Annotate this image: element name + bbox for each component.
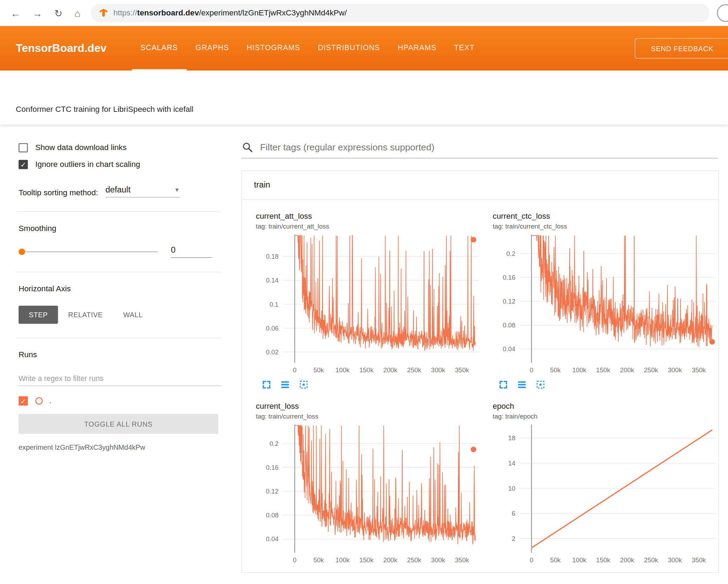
runs-filter-input[interactable] <box>19 372 221 386</box>
run-name: . <box>49 397 51 405</box>
svg-text:100k: 100k <box>336 366 350 374</box>
slider-track[interactable] <box>19 251 158 252</box>
chart-card-current_att_loss: current_att_losstag: train/current_att_l… <box>248 212 481 390</box>
svg-text:0.06: 0.06 <box>266 325 279 332</box>
ignore-outliers-label: Ignore outliers in chart scaling <box>35 160 140 169</box>
charts-grid: current_att_losstag: train/current_att_l… <box>242 200 718 572</box>
filter-tags-input[interactable] <box>259 142 718 153</box>
send-feedback-button[interactable]: SEND FEEDBACK <box>635 38 728 59</box>
svg-text:0.2: 0.2 <box>269 440 279 447</box>
run-row[interactable]: ✓ . <box>19 396 221 406</box>
avatar[interactable] <box>717 4 728 22</box>
settings-sidebar: Show data download links ✓ Ignore outlie… <box>0 124 226 573</box>
home-icon[interactable]: ⌂ <box>75 8 81 18</box>
smoothing-label: Smoothing <box>19 224 221 233</box>
svg-text:0: 0 <box>293 366 296 374</box>
ignore-outliers-checkbox[interactable]: ✓ Ignore outliers in chart scaling <box>19 160 221 169</box>
wall-button[interactable]: WALL <box>113 306 153 324</box>
tooltip-sorting-dropdown[interactable]: default ▼ <box>105 185 180 197</box>
toggle-all-runs-button[interactable]: TOGGLE ALL RUNS <box>19 414 218 434</box>
svg-text:0.02: 0.02 <box>266 348 279 356</box>
chart-tag: tag: train/epoch <box>493 413 718 420</box>
divider <box>16 338 221 338</box>
svg-text:0.12: 0.12 <box>266 488 279 495</box>
svg-text:0.14: 0.14 <box>266 277 279 284</box>
svg-text:6: 6 <box>512 510 515 517</box>
tab-hparams[interactable]: HPARAMS <box>389 26 445 70</box>
svg-text:250k: 250k <box>407 556 421 564</box>
train-section-card: train current_att_losstag: train/current… <box>241 170 719 573</box>
divider <box>16 211 221 212</box>
slider-thumb[interactable] <box>19 248 25 255</box>
svg-text:300k: 300k <box>668 366 682 374</box>
svg-text:0.04: 0.04 <box>266 535 279 543</box>
content: Show data download links ✓ Ignore outlie… <box>0 124 728 573</box>
fit-domain-icon[interactable] <box>298 380 309 390</box>
url-scheme: https:// <box>114 8 137 18</box>
last-point-marker <box>471 237 476 243</box>
smoothing-slider[interactable] <box>19 247 158 256</box>
smoothing-value-field[interactable]: 0 <box>171 245 212 258</box>
svg-text:100k: 100k <box>572 556 586 564</box>
svg-text:0.08: 0.08 <box>503 321 515 329</box>
svg-text:0.16: 0.16 <box>266 464 279 471</box>
svg-text:300k: 300k <box>431 556 445 564</box>
fit-domain-icon[interactable] <box>535 380 545 390</box>
chart-title: current_att_loss <box>256 212 481 221</box>
svg-text:50k: 50k <box>313 366 324 374</box>
svg-text:50k: 50k <box>550 366 561 374</box>
svg-text:250k: 250k <box>644 366 658 374</box>
tooltip-sorting-row: Tooltip sorting method: default ▼ <box>19 185 221 197</box>
smoothing-row: 0 <box>19 245 221 258</box>
tab-scalars[interactable]: SCALARS <box>132 26 187 70</box>
tab-text[interactable]: TEXT <box>445 26 483 70</box>
svg-text:350k: 350k <box>455 556 469 564</box>
chart-plot-epoch[interactable]: 26101418050k100k150k200k250k300k350k <box>493 423 718 568</box>
checkbox-unchecked-icon[interactable] <box>19 143 28 152</box>
tooltip-sorting-value: default <box>105 185 131 195</box>
reload-icon[interactable]: ↻ <box>54 8 62 18</box>
tab-graphs[interactable]: GRAPHS <box>187 26 238 70</box>
run-checkbox[interactable]: ✓ <box>19 396 28 406</box>
chart-plot-current_ctc_loss[interactable]: 0.040.080.120.160.2050k100k150k200k250k3… <box>493 233 718 378</box>
svg-text:350k: 350k <box>692 556 706 564</box>
svg-text:350k: 350k <box>692 366 706 374</box>
experiment-id-note: experiment lzGnETjwRxC3yghNMd4kPw <box>19 443 221 451</box>
expand-chart-icon[interactable] <box>498 380 508 390</box>
expand-chart-icon[interactable] <box>261 380 272 390</box>
step-button[interactable]: STEP <box>19 306 58 324</box>
tab-histograms[interactable]: HISTOGRAMS <box>238 26 309 70</box>
svg-text:50k: 50k <box>313 556 324 564</box>
page: ← → ↻ ⌂ https://tensorboard.dev/experime… <box>0 0 728 584</box>
chart-tag: tag: train/current_att_loss <box>256 223 481 230</box>
last-point-marker <box>471 447 476 452</box>
svg-text:250k: 250k <box>644 556 658 564</box>
show-download-links-checkbox[interactable]: Show data download links <box>19 143 221 152</box>
app-logo[interactable]: TensorBoard.dev <box>16 42 107 55</box>
back-icon[interactable]: ← <box>11 8 20 18</box>
svg-text:200k: 200k <box>620 556 634 564</box>
app-header: TensorBoard.dev SCALARSGRAPHSHISTOGRAMSD… <box>0 26 728 70</box>
svg-text:0.12: 0.12 <box>503 298 515 305</box>
checkbox-checked-icon[interactable]: ✓ <box>19 160 28 169</box>
tab-distributions[interactable]: DISTRIBUTIONS <box>309 26 389 70</box>
chart-toolbar <box>256 380 481 390</box>
svg-text:0: 0 <box>530 366 533 374</box>
relative-button[interactable]: RELATIVE <box>58 306 113 324</box>
url-host: tensorboard.dev <box>137 8 199 18</box>
chart-plot-current_att_loss[interactable]: 0.020.060.10.140.18050k100k150k200k250k3… <box>256 233 481 378</box>
svg-text:50k: 50k <box>550 556 561 564</box>
svg-text:14: 14 <box>508 460 515 467</box>
svg-text:18: 18 <box>508 434 515 442</box>
runs-selector-icon[interactable] <box>517 380 527 390</box>
forward-icon[interactable]: → <box>33 8 42 18</box>
svg-text:250k: 250k <box>407 366 421 374</box>
chart-plot-current_loss[interactable]: 0.040.080.120.160.2050k100k150k200k250k3… <box>256 423 481 568</box>
chart-title: current_loss <box>256 402 481 411</box>
svg-text:200k: 200k <box>383 366 398 374</box>
runs-selector-icon[interactable] <box>280 380 290 390</box>
svg-text:2: 2 <box>512 535 515 542</box>
address-bar[interactable]: https://tensorboard.dev/experiment/lzGnE… <box>91 4 709 22</box>
section-label[interactable]: train <box>242 171 718 200</box>
chart-title: current_ctc_loss <box>493 212 718 221</box>
